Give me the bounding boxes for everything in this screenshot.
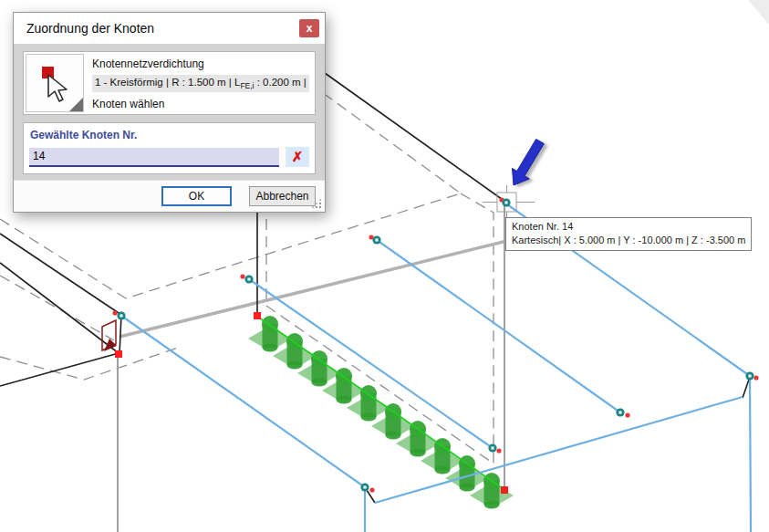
dialog-titlebar[interactable]: Zuordnung der Knoten x	[14, 13, 325, 44]
node-marker-14[interactable]	[502, 198, 510, 206]
member-line[interactable]	[375, 397, 743, 503]
node-marker[interactable]	[488, 443, 496, 452]
resize-grip[interactable]	[313, 200, 322, 209]
node-marker[interactable]	[372, 235, 380, 244]
selected-nodes-label: Gewählte Knoten Nr.	[30, 129, 309, 141]
ok-button[interactable]: OK	[161, 186, 232, 206]
slab-edge[interactable]	[120, 235, 533, 337]
application-window: Knoten Nr. 14 Kartesisch| X : 5.000 m | …	[0, 0, 769, 532]
picker-info: Knotennetzverdichtung 1 - Kreisförmig | …	[84, 54, 313, 112]
edge[interactable]	[0, 263, 119, 353]
node-tooltip: Knoten Nr. 14 Kartesisch| X : 5.000 m | …	[505, 217, 752, 251]
hidden-edge[interactable]	[0, 276, 114, 340]
params-prefix: 1 - Kreisförmig | R : 1.500 m | L	[95, 77, 240, 88]
params-suffix: : 0.200 m | L…	[255, 77, 310, 88]
member-line[interactable]	[121, 316, 365, 487]
node-marker[interactable]	[360, 483, 369, 491]
edge[interactable]	[325, 73, 505, 202]
selection-panel: Gewählte Knoten Nr. ✗	[23, 122, 316, 174]
member-lines[interactable]	[121, 204, 751, 532]
dialog-zuordnung-der-knoten: Zuordnung der Knoten x Knotennetzverdich…	[13, 12, 326, 213]
edge[interactable]	[743, 377, 750, 398]
mesh-refinement-line[interactable]	[259, 318, 504, 489]
node-tooltip-coords: Kartesisch| X : 5.000 m | Y : -10.000 m …	[512, 234, 745, 247]
edge[interactable]	[0, 234, 121, 315]
clear-red-x-icon[interactable]: ✗	[286, 147, 309, 167]
red-node[interactable]	[254, 312, 261, 319]
hidden-edge[interactable]	[0, 348, 178, 380]
edge[interactable]	[0, 353, 119, 386]
nodal-support[interactable]	[248, 316, 292, 352]
node-marker[interactable]	[244, 275, 253, 283]
annotation-arrow-icon	[513, 139, 545, 185]
edge[interactable]	[120, 315, 121, 354]
node-select-button[interactable]	[26, 54, 84, 112]
node-marker[interactable]	[745, 371, 753, 380]
member-line[interactable]	[750, 376, 751, 532]
node-tooltip-title: Knoten Nr. 14	[512, 220, 745, 234]
selected-nodes-input[interactable]	[29, 148, 279, 167]
surface-symbol	[102, 320, 117, 351]
member-line[interactable]	[249, 279, 493, 448]
nodal-supports[interactable]	[248, 316, 514, 509]
red-node[interactable]	[115, 350, 122, 358]
picker-panel: Knotennetzverdichtung 1 - Kreisförmig | …	[23, 51, 316, 115]
refinement-params-field[interactable]: 1 - Kreisförmig | R : 1.500 m | LFE,i : …	[92, 75, 309, 92]
picker-hint: Knoten wählen	[92, 98, 309, 110]
red-node[interactable]	[501, 486, 508, 494]
cancel-button[interactable]: Abbrechen	[249, 186, 316, 206]
refinement-name: Knotennetzverdichtung	[92, 57, 309, 70]
params-subscript: FE,i	[240, 81, 254, 90]
node-marker[interactable]	[117, 311, 125, 319]
view-cube-corner	[748, 0, 769, 25]
member-line[interactable]	[377, 240, 620, 412]
close-icon[interactable]: x	[299, 19, 319, 37]
corner-triangle-icon	[69, 98, 83, 111]
dialog-title: Zuordnung der Knoten	[26, 21, 154, 36]
node-marker[interactable]	[616, 408, 624, 416]
dialog-footer: OK Abbrechen	[14, 180, 325, 212]
